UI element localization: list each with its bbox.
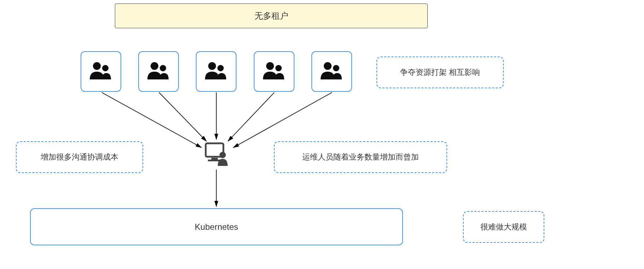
- arrow-admin-to-kubernetes: [0, 0, 644, 269]
